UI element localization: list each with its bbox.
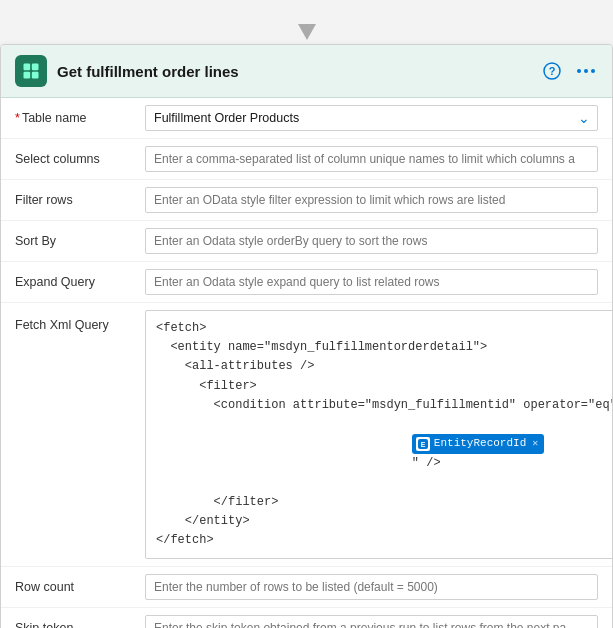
filter-rows-input-wrapper — [145, 187, 598, 213]
select-columns-row: Select columns — [1, 139, 612, 180]
sort-by-row: Sort By — [1, 221, 612, 262]
table-name-select[interactable]: Fulfillment Order Products — [145, 105, 598, 131]
entity-record-id-token[interactable]: E EntityRecordId ✕ — [412, 434, 544, 454]
skip-token-label: Skip token — [15, 615, 145, 628]
filter-rows-label: Filter rows — [15, 187, 145, 207]
expand-query-input[interactable] — [145, 269, 598, 295]
svg-point-8 — [584, 69, 588, 73]
skip-token-row: Skip token — [1, 608, 612, 628]
token-entity-icon: E — [416, 437, 430, 451]
svg-marker-0 — [298, 24, 316, 40]
xml-token-line: E EntityRecordId ✕ " /> — [156, 415, 613, 493]
card-body: *Table name Fulfillment Order Products ⌄… — [1, 98, 612, 628]
xml-line-1: <fetch> — [156, 319, 613, 338]
svg-rect-1 — [24, 64, 31, 71]
row-count-input-wrapper — [145, 574, 598, 600]
table-name-input-wrapper: Fulfillment Order Products ⌄ — [145, 105, 598, 131]
table-name-row: *Table name Fulfillment Order Products ⌄ — [1, 98, 612, 139]
table-name-label: *Table name — [15, 105, 145, 125]
select-columns-label: Select columns — [15, 146, 145, 166]
select-columns-input-wrapper — [145, 146, 598, 172]
token-label: EntityRecordId — [434, 435, 526, 453]
card-header: Get fulfillment order lines ? — [1, 45, 612, 98]
svg-rect-2 — [32, 64, 39, 71]
required-star: * — [15, 111, 20, 125]
row-count-label: Row count — [15, 574, 145, 594]
token-close-icon[interactable]: ✕ — [532, 436, 538, 452]
expand-query-input-wrapper — [145, 269, 598, 295]
more-options-button[interactable] — [574, 59, 598, 83]
svg-point-9 — [591, 69, 595, 73]
xml-line-4: <filter> — [156, 377, 613, 396]
select-columns-input[interactable] — [145, 146, 598, 172]
table-name-select-wrapper: Fulfillment Order Products ⌄ — [145, 105, 598, 131]
svg-text:?: ? — [549, 65, 556, 77]
xml-after-token: " /> — [412, 456, 441, 470]
fetch-xml-editor[interactable]: <fetch> <entity name="msdyn_fulfillmento… — [145, 310, 613, 559]
xml-line-end1: </filter> — [156, 493, 613, 512]
sort-by-label: Sort By — [15, 228, 145, 248]
skip-token-input[interactable] — [145, 615, 598, 628]
fetch-xml-label: Fetch Xml Query — [15, 310, 145, 332]
row-count-input[interactable] — [145, 574, 598, 600]
fetch-xml-row: Fetch Xml Query <fetch> <entity name="ms… — [1, 303, 612, 567]
header-actions: ? — [540, 59, 598, 83]
row-count-row: Row count — [1, 567, 612, 608]
filter-rows-row: Filter rows — [1, 180, 612, 221]
card-title: Get fulfillment order lines — [57, 63, 530, 80]
xml-line-3: <all-attributes /> — [156, 357, 613, 376]
svg-text:E: E — [420, 441, 425, 448]
xml-line-end3: </fetch> — [156, 531, 613, 550]
help-button[interactable]: ? — [540, 59, 564, 83]
expand-query-label: Expand Query — [15, 269, 145, 289]
svg-point-7 — [577, 69, 581, 73]
skip-token-input-wrapper — [145, 615, 598, 628]
sort-by-input[interactable] — [145, 228, 598, 254]
expand-query-row: Expand Query — [1, 262, 612, 303]
xml-line-2: <entity name="msdyn_fulfillmentorderdeta… — [156, 338, 613, 357]
sort-by-input-wrapper — [145, 228, 598, 254]
connector-arrow — [0, 20, 613, 44]
app-icon — [15, 55, 47, 87]
svg-rect-4 — [32, 72, 39, 79]
fetch-xml-input-wrapper: <fetch> <entity name="msdyn_fulfillmento… — [145, 310, 613, 559]
card-container: Get fulfillment order lines ? — [0, 44, 613, 628]
xml-line-end2: </entity> — [156, 512, 613, 531]
svg-rect-3 — [24, 72, 31, 79]
xml-line-5: <condition attribute="msdyn_fulfillmenti… — [156, 396, 613, 415]
filter-rows-input[interactable] — [145, 187, 598, 213]
